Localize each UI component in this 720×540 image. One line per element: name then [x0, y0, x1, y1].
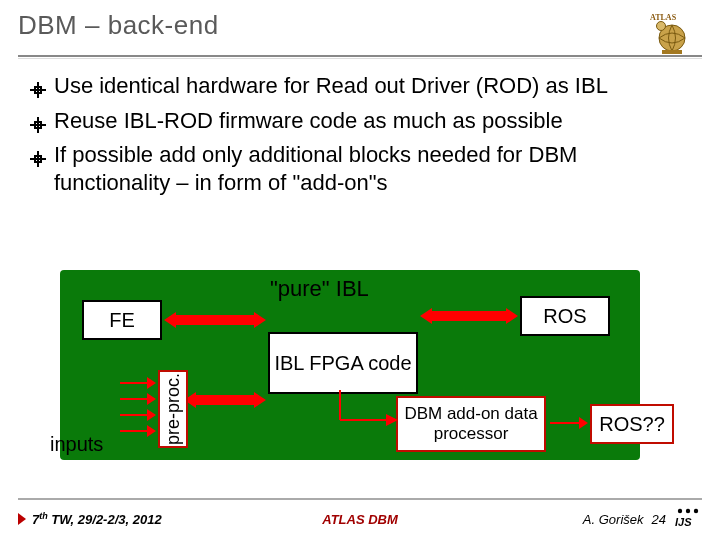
list-item: Reuse IBL-ROD firmware code as much as p…: [30, 107, 690, 140]
svg-text:IJS: IJS: [675, 516, 692, 528]
box-ros: ROS: [520, 296, 610, 336]
bullet-icon: [30, 77, 46, 105]
svg-text:ATLAS: ATLAS: [650, 13, 677, 22]
svg-rect-8: [37, 117, 39, 133]
box-ibl-fpga: IBL FPGA code: [268, 332, 418, 394]
bullet-icon: [30, 146, 46, 174]
footer-center: ATLAS DBM: [246, 512, 474, 527]
bullet-text: If possible add only additional blocks n…: [54, 141, 690, 196]
arrow-dbm-ros: [550, 422, 580, 424]
svg-point-3: [657, 22, 666, 31]
bullet-icon: [30, 112, 46, 140]
svg-point-17: [686, 508, 690, 512]
footer-event-sup: 7th: [32, 512, 48, 527]
arrow-input-4: [120, 430, 148, 432]
footer-event-rest: TW, 29/2-2/3, 2012: [48, 512, 162, 527]
arrow-fe-iblfpga: [174, 318, 256, 322]
svg-marker-15: [386, 414, 398, 426]
arrow-input-3: [120, 414, 148, 416]
svg-point-16: [678, 508, 682, 512]
bullet-text: Use identical hardware for Read out Driv…: [54, 72, 690, 100]
arrow-input-1: [120, 382, 148, 384]
header-rule: [18, 55, 702, 57]
header-rule-light: [18, 58, 702, 59]
footer-author: A. Gorišek: [583, 512, 644, 527]
block-diagram: "pure" IBL FE ROS IBL FPGA code pre-proc…: [20, 270, 680, 470]
slide-header: DBM – back-end ATLAS: [0, 0, 720, 62]
svg-point-18: [694, 508, 698, 512]
svg-rect-5: [37, 82, 39, 98]
footer-event: 7th TW, 29/2-2/3, 2012: [32, 511, 162, 527]
box-fe: FE: [82, 300, 162, 340]
ijs-logo-icon: IJS: [674, 508, 702, 531]
label-inputs: inputs: [50, 433, 103, 456]
label-pure-ibl: "pure" IBL: [270, 276, 369, 302]
footer-left: 7th TW, 29/2-2/3, 2012: [18, 511, 246, 527]
bullet-list: Use identical hardware for Read out Driv…: [30, 72, 690, 198]
footer-rule: [18, 498, 702, 500]
box-ros-question: ROS??: [590, 404, 674, 444]
label-preproc: pre-proc.: [163, 373, 184, 445]
arrow-preproc-iblfpga: [194, 398, 256, 402]
box-preproc: pre-proc.: [158, 370, 188, 448]
footer-page-number: 24: [652, 512, 666, 527]
box-dbm-processor: DBM add-on data processor: [396, 396, 546, 452]
bullet-text: Reuse IBL-ROD firmware code as much as p…: [54, 107, 690, 135]
arrow-iblfpga-dbm: [340, 390, 400, 430]
footer-right: A. Gorišek 24 IJS: [474, 508, 702, 531]
footer-triangle-icon: [18, 513, 26, 525]
list-item: If possible add only additional blocks n…: [30, 141, 690, 196]
slide-footer: 7th TW, 29/2-2/3, 2012 ATLAS DBM A. Gori…: [0, 505, 720, 533]
svg-rect-2: [662, 50, 682, 54]
slide-title: DBM – back-end: [18, 10, 648, 41]
arrow-iblfpga-ros: [430, 314, 508, 318]
list-item: Use identical hardware for Read out Driv…: [30, 72, 690, 105]
arrow-input-2: [120, 398, 148, 400]
svg-rect-11: [37, 151, 39, 167]
